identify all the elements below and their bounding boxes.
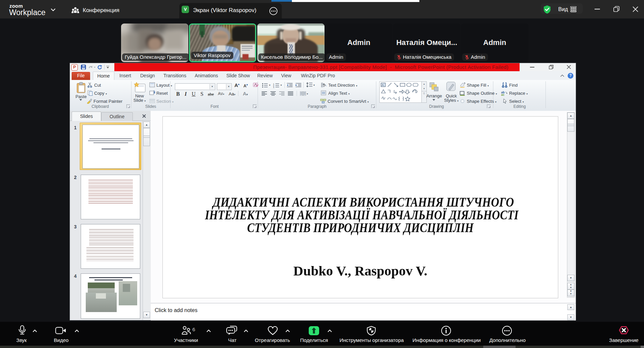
svg-text:ac: ac [501,93,504,96]
svg-text:A: A [382,83,384,87]
svg-text:3: 3 [273,86,274,88]
svg-text:A: A [324,84,326,87]
